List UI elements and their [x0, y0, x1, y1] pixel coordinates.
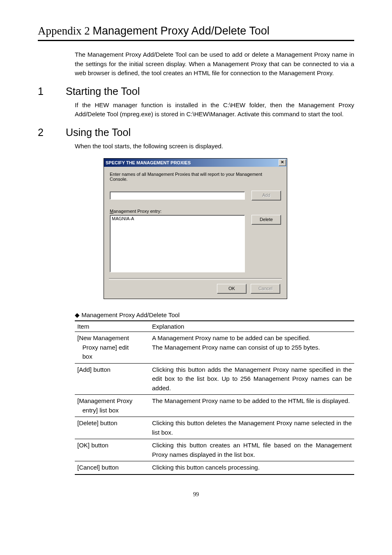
dialog-body: Enter names of all Management Proxies th…: [104, 167, 287, 299]
dialog-screenshot: SPECIFY THE MANAGEMENT PROXIES ✕ Enter n…: [104, 158, 354, 299]
appendix-prefix: Appendix 2: [38, 25, 90, 37]
appendix-intro: The Management Proxy Add/Delete Tool can…: [75, 50, 354, 78]
table-item: [New Management Proxy name] edit box: [75, 332, 150, 364]
close-icon[interactable]: ✕: [279, 159, 286, 166]
table-item: [Cancel] button: [75, 461, 150, 474]
dialog-footer: OK Cancel: [110, 284, 281, 294]
table-header-row: Item Explanation: [75, 321, 354, 332]
section-number: 1: [38, 85, 66, 97]
ok-button[interactable]: OK: [217, 284, 247, 294]
table-row: [Management Proxy entry] list box The Ma…: [75, 395, 354, 417]
table-row: [Add] button Clicking this button adds t…: [75, 363, 354, 395]
add-button[interactable]: Add: [251, 191, 281, 200]
table-row: [New Management Proxy name] edit box A M…: [75, 332, 354, 364]
page-number: 99: [38, 491, 354, 498]
table-item: [Management Proxy entry] list box: [75, 395, 150, 417]
dialog-window: SPECIFY THE MANAGEMENT PROXIES ✕ Enter n…: [104, 158, 287, 299]
entry-label-accel: M: [110, 209, 113, 214]
table-item: [Delete] button: [75, 417, 150, 439]
entry-label-rest: anagement Proxy entry:: [113, 209, 161, 214]
table-explanation: A Management Proxy name to be added can …: [150, 332, 354, 364]
section-title: Using the Tool: [66, 127, 131, 138]
section-1-body: If the HEW manager function is installed…: [75, 101, 354, 119]
table-explanation: Clicking this button cancels processing.: [150, 461, 354, 474]
section-2-heading: 2 Using the Tool: [38, 127, 354, 138]
appendix-main-title: Management Proxy Add/Delete Tool: [92, 25, 269, 37]
cancel-button[interactable]: Cancel: [251, 284, 280, 294]
table-explanation: The Management Proxy name to be added to…: [150, 395, 354, 417]
dialog-instruction: Enter names of all Management Proxies th…: [110, 172, 281, 182]
delete-button[interactable]: Delete: [251, 215, 281, 225]
list-item[interactable]: MAGNIA-A: [112, 216, 243, 221]
table-row: [Delete] button Clicking this button del…: [75, 417, 354, 439]
list-row: MAGNIA-A Delete: [110, 215, 281, 272]
table-explanation: Clicking this button creates an HTML fil…: [150, 439, 354, 461]
table-item: [Add] button: [75, 363, 150, 395]
table-explanation: Clicking this button adds the Management…: [150, 363, 354, 395]
appendix-heading: Appendix 2 Management Proxy Add/Delete T…: [38, 25, 354, 41]
table-row: [Cancel] button Clicking this button can…: [75, 461, 354, 474]
proxy-entry-listbox[interactable]: MAGNIA-A: [110, 215, 245, 272]
description-table: Item Explanation [New Management Proxy n…: [75, 320, 354, 475]
table-explanation: Clicking this button deletes the Managem…: [150, 417, 354, 439]
dialog-title: SPECIFY THE MANAGEMENT PROXIES: [106, 160, 279, 165]
entry-label: Management Proxy entry:: [110, 209, 281, 214]
section-title: Starting the Tool: [66, 85, 140, 97]
table-header-explanation: Explanation: [150, 321, 354, 332]
add-row: Add: [110, 191, 281, 200]
table-caption: ◆ Management Proxy Add/Delete Tool: [75, 311, 354, 319]
section-number: 2: [38, 127, 66, 138]
dialog-titlebar: SPECIFY THE MANAGEMENT PROXIES ✕: [104, 159, 287, 167]
section-2-body: When the tool starts, the following scre…: [75, 142, 354, 151]
dialog-separator: [109, 278, 282, 280]
section-1-heading: 1 Starting the Tool: [38, 85, 354, 97]
table-row: [OK] button Clicking this button creates…: [75, 439, 354, 461]
table-item: [OK] button: [75, 439, 150, 461]
table-header-item: Item: [75, 321, 150, 332]
new-proxy-name-input[interactable]: [110, 191, 245, 200]
